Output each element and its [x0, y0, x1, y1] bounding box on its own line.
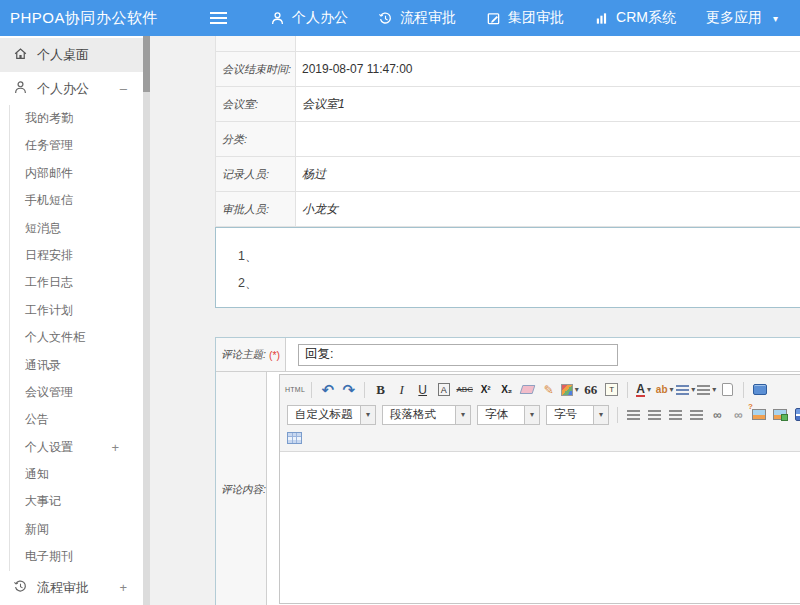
paragraph-format-select[interactable]: 段落格式▾	[382, 405, 471, 425]
history-icon	[378, 11, 393, 26]
top-navigation-bar: PHPOA协同办公软件 个人办公 流程审批 集团审批 CRM系统 更多应用 ▾	[0, 0, 800, 36]
insert-media-button[interactable]	[792, 405, 800, 425]
align-right-icon	[669, 410, 682, 420]
media-icon	[795, 408, 800, 421]
border-text-button[interactable]: A	[434, 380, 453, 400]
table-row-partial	[216, 36, 800, 52]
insert-table-button[interactable]	[285, 428, 304, 448]
redo-icon[interactable]: ↷	[339, 380, 358, 400]
font-size-select[interactable]: 字号▾	[546, 405, 609, 425]
align-left-icon	[627, 410, 640, 420]
ordered-list-icon	[676, 385, 689, 395]
sidebar-item-task-management[interactable]: 任务管理	[10, 132, 143, 159]
sidebar-item-mobile-sms[interactable]: 手机短信	[10, 187, 143, 214]
sidebar-item-label: 个人桌面	[37, 46, 89, 64]
sidebar-item-short-message[interactable]: 短消息	[10, 215, 143, 242]
align-center-button[interactable]	[645, 405, 664, 425]
sidebar-item-notification[interactable]: 通知	[10, 461, 143, 488]
sidebar-item-internal-mail[interactable]: 内部邮件	[10, 160, 143, 187]
underline-button[interactable]: U	[413, 380, 432, 400]
nav-group-approval[interactable]: 集团审批	[486, 9, 564, 27]
field-label: 分类:	[216, 122, 296, 156]
sidebar-item-work-log[interactable]: 工作日志	[10, 269, 143, 296]
sidebar-item-personal-desktop[interactable]: 个人桌面	[0, 38, 143, 72]
user-icon	[13, 80, 28, 98]
custom-title-select[interactable]: 自定义标题▾	[287, 405, 376, 425]
sidebar-item-e-journal[interactable]: 电子期刊	[10, 543, 143, 570]
superscript-button[interactable]: X²	[476, 380, 495, 400]
table-row-recorder: 记录人员: 杨过	[216, 157, 800, 192]
sidebar-scrollbar-thumb[interactable]	[143, 36, 150, 92]
sidebar-group-label: 个人办公	[37, 80, 89, 98]
sidebar-item-major-events[interactable]: 大事记	[10, 488, 143, 515]
nav-more-apps[interactable]: 更多应用 ▾	[706, 9, 778, 27]
align-left-button[interactable]	[624, 405, 643, 425]
sidebar-item-personal-files[interactable]: 个人文件柜	[10, 324, 143, 351]
highlight-color-button[interactable]: ab▾	[655, 380, 674, 400]
editor-content-area[interactable]	[280, 452, 800, 603]
paste-from-word-button[interactable]: T	[602, 380, 621, 400]
history-icon	[13, 579, 28, 597]
sidebar-item-contacts[interactable]: 通讯录	[10, 352, 143, 379]
comment-subject-row: 评论主题: (*)	[216, 338, 800, 372]
unordered-list-button[interactable]: ▾	[697, 380, 716, 400]
fullscreen-icon	[753, 384, 767, 395]
nav-workflow-approval[interactable]: 流程审批	[378, 9, 456, 27]
expand-plus-icon[interactable]: +	[111, 434, 119, 461]
meeting-minutes-box: 1、 2、	[215, 227, 800, 308]
rich-text-editor: HTML ↶ ↷ B I U A ABC X² X₂	[279, 374, 800, 604]
unordered-list-icon	[697, 385, 710, 395]
sidebar-item-schedule[interactable]: 日程安排	[10, 242, 143, 269]
sidebar-item-work-plan[interactable]: 工作计划	[10, 297, 143, 324]
edit-icon	[486, 11, 501, 26]
color-palette-button[interactable]: ▾	[560, 380, 579, 400]
font-family-select[interactable]: 字体▾	[477, 405, 540, 425]
fullscreen-button[interactable]	[750, 380, 769, 400]
align-center-icon	[648, 410, 661, 420]
minutes-line: 2、	[238, 270, 800, 297]
blockquote-button[interactable]: 66	[581, 380, 600, 400]
sidebar-item-announcement[interactable]: 公告	[10, 406, 143, 433]
comment-form: 评论主题: (*) 评论内容: HTML ↶	[215, 337, 800, 605]
align-right-button[interactable]	[666, 405, 685, 425]
network-image-button[interactable]	[771, 405, 790, 425]
comment-subject-input[interactable]	[298, 344, 618, 366]
align-justify-icon	[690, 410, 703, 420]
hamburger-menu-icon[interactable]	[210, 12, 227, 24]
sidebar: 个人桌面 个人办公 – 我的考勤 任务管理 内部邮件 手机短信 短消息 日程安排…	[0, 36, 143, 605]
remove-format-eraser-icon[interactable]	[518, 380, 537, 400]
strikethrough-button[interactable]: ABC	[455, 380, 474, 400]
nav-label: 流程审批	[400, 9, 456, 27]
sidebar-group-personal-office[interactable]: 个人办公 –	[0, 72, 143, 105]
field-label: 会议结束时间:	[216, 52, 296, 86]
sidebar-scrollbar-track[interactable]	[143, 36, 150, 605]
sidebar-item-my-attendance[interactable]: 我的考勤	[10, 105, 143, 132]
subscript-button[interactable]: X₂	[497, 380, 516, 400]
nav-label: CRM系统	[616, 9, 676, 27]
italic-button[interactable]: I	[392, 380, 411, 400]
format-brush-icon[interactable]: ✎	[539, 380, 558, 400]
font-color-button[interactable]: A▾	[634, 380, 653, 400]
ordered-list-button[interactable]: ▾	[676, 380, 695, 400]
sidebar-group-workflow-approval[interactable]: 流程审批 +	[0, 571, 143, 605]
insert-link-icon[interactable]: ∞	[708, 405, 727, 425]
sidebar-item-news[interactable]: 新闻	[10, 516, 143, 543]
collapse-minus-icon[interactable]: –	[120, 81, 127, 96]
nav-label: 集团审批	[508, 9, 564, 27]
nav-label: 个人办公	[292, 9, 348, 27]
nav-personal-office[interactable]: 个人办公	[270, 9, 348, 27]
caret-down-icon: ▾	[773, 13, 778, 24]
bold-button[interactable]: B	[371, 380, 390, 400]
expand-plus-icon[interactable]: +	[119, 580, 127, 595]
field-value: 小龙女	[296, 192, 800, 226]
caret-down-icon: ▾	[360, 406, 375, 424]
align-justify-button[interactable]	[687, 405, 706, 425]
nav-crm-system[interactable]: CRM系统	[594, 9, 676, 27]
remove-link-icon[interactable]: ∞?	[729, 405, 748, 425]
new-page-button[interactable]	[718, 380, 737, 400]
sidebar-item-meeting-management[interactable]: 会议管理	[10, 379, 143, 406]
table-grid-icon	[287, 432, 302, 444]
sidebar-item-personal-settings[interactable]: 个人设置+	[10, 434, 143, 461]
html-source-button[interactable]: HTML	[285, 380, 305, 400]
undo-icon[interactable]: ↶	[318, 380, 337, 400]
